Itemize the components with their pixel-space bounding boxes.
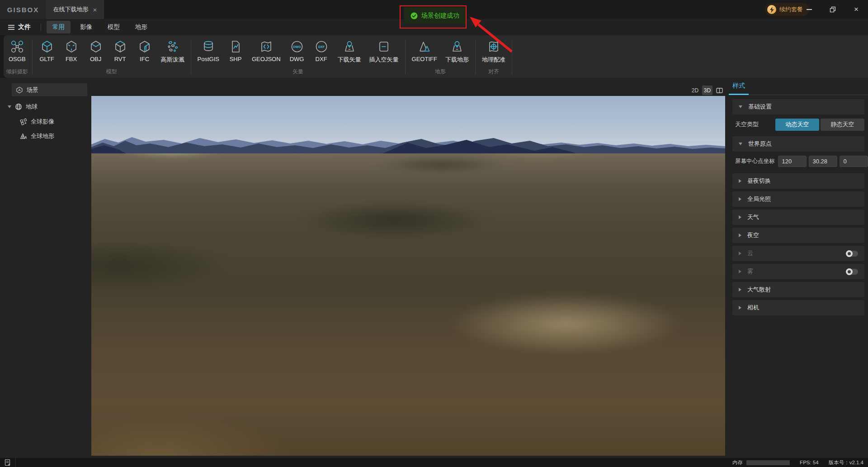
tree-item-label: 全球地形 <box>31 132 54 140</box>
tree-item-global-imagery[interactable]: 全球影像 <box>0 115 91 128</box>
window-controls: × <box>797 0 868 19</box>
empty-vector-icon <box>376 38 392 55</box>
download-pin-icon <box>449 38 465 55</box>
scene-cube-icon <box>16 86 23 94</box>
toolbar-item-rvt[interactable]: RVT <box>108 38 132 64</box>
tree-item-earth[interactable]: 地球 <box>0 100 91 113</box>
toolbar-item-label: 下载矢量 <box>338 56 361 64</box>
toolbar-item-fbx[interactable]: FBX <box>59 38 84 64</box>
toolbar-group-vector: PostGIS SHP GEOJSON <box>193 38 403 76</box>
section-basic-settings[interactable]: 基础设置 <box>732 99 864 114</box>
section-label: 天气 <box>747 213 759 221</box>
ribbon-tab-imagery[interactable]: 影像 <box>74 21 98 33</box>
toolbar-group-align: 地理配准 对齐 <box>478 38 509 76</box>
toolbar-item-dxf[interactable]: DXF DXF <box>309 38 334 64</box>
toolbar-item-obj[interactable]: OBJ <box>84 38 108 64</box>
view-3d-button[interactable]: 3D <box>702 86 712 95</box>
tree-item-label: 场景 <box>27 86 38 94</box>
section-global-illumination[interactable]: 全局光照 <box>732 191 864 207</box>
ribbon-tab-model[interactable]: 模型 <box>102 21 126 33</box>
tree-item-global-terrain[interactable]: 全球地形 <box>0 129 91 143</box>
svg-text:DWG: DWG <box>293 45 301 48</box>
drone-icon <box>9 38 25 55</box>
terrain-mountain-icon <box>20 133 27 140</box>
log-panel-icon[interactable] <box>4 459 11 467</box>
coord-y-input[interactable] <box>809 156 837 167</box>
split-view-button[interactable] <box>714 86 725 95</box>
toolbar-item-download-terrain[interactable]: 下载地形 <box>441 38 473 64</box>
tree-item-scene[interactable]: 场景 <box>12 83 87 96</box>
view-mode-toggle: 2D 3D <box>690 86 725 95</box>
toolbar-separator <box>405 39 406 75</box>
toolbar-item-gaussian-splat[interactable]: 高斯泼溅 <box>157 38 189 64</box>
mountain-ridge <box>91 128 725 154</box>
mountain-icon <box>416 38 433 55</box>
toolbar-item-download-vector[interactable]: 下载矢量 <box>334 38 365 64</box>
cube-icon <box>137 38 153 55</box>
coord-z-input[interactable] <box>840 156 868 167</box>
viewport-3d[interactable] <box>91 96 725 456</box>
caret-right-icon <box>739 306 741 310</box>
toolbar-item-insert-empty-vector[interactable]: 插入空矢量 <box>365 38 403 64</box>
tab-style[interactable]: 样式 <box>729 82 749 95</box>
scene-tree-panel: 场景 地球 全球影像 全球 <box>0 78 91 458</box>
close-button[interactable]: × <box>844 0 868 19</box>
toolbar-item-label: OSGB <box>9 56 26 62</box>
toolbar-item-geotiff[interactable]: GEOTIFF <box>408 38 441 64</box>
section-label: 雾 <box>747 267 753 276</box>
section-world-origin[interactable]: 世界原点 <box>732 136 864 152</box>
toolbar-item-ifc[interactable]: IFC <box>132 38 157 64</box>
toolbar-item-label: GEOJSON <box>252 56 281 62</box>
ribbon-tab-terrain[interactable]: 地形 <box>129 21 153 33</box>
toast-text: 场景创建成功 <box>421 12 459 20</box>
minimize-icon <box>807 9 812 10</box>
caret-down-icon[interactable] <box>8 105 11 108</box>
toolbar-item-dwg[interactable]: DWG DWG <box>285 38 309 64</box>
gaussian-splat-icon <box>165 38 181 55</box>
toolbar-item-label: 高斯泼溅 <box>161 56 184 64</box>
cloud-toggle[interactable] <box>846 251 858 257</box>
tab-close-icon[interactable]: × <box>93 6 97 13</box>
toolbar-item-georeference[interactable]: 地理配准 <box>478 38 509 64</box>
check-circle-icon <box>410 12 418 19</box>
split-view-icon <box>716 88 723 93</box>
sky-type-row: 天空类型 动态天空 静态天空 <box>732 118 864 131</box>
toolbar-group-model: GLTF FBX OBJ <box>35 38 189 76</box>
document-tab[interactable]: 在线下载地形 × <box>46 0 104 19</box>
section-fog[interactable]: 雾 <box>732 264 864 279</box>
ribbon-tab-common[interactable]: 常用 <box>47 21 71 33</box>
toolbar-item-shp[interactable]: SHP <box>223 38 248 64</box>
section-camera[interactable]: 相机 <box>732 300 864 315</box>
toolbar-item-label: 插入空矢量 <box>369 56 399 64</box>
toolbar-item-geojson[interactable]: GEOJSON <box>248 38 285 64</box>
minimize-button[interactable] <box>797 0 821 19</box>
menu-divider <box>41 24 41 31</box>
toolbar-group-label: 矢量 <box>193 67 403 76</box>
static-sky-button[interactable]: 静态天空 <box>821 119 864 131</box>
toolbar-item-gltf[interactable]: GLTF <box>35 38 59 64</box>
dwg-badge-icon: DWG <box>289 38 305 55</box>
style-panel-header: 样式 <box>729 78 868 95</box>
dynamic-sky-button[interactable]: 动态天空 <box>775 119 819 131</box>
section-day-night[interactable]: 昼夜切换 <box>732 173 864 189</box>
section-cloud[interactable]: 云 <box>732 246 864 261</box>
toolbar-item-postgis[interactable]: PostGIS <box>193 38 223 64</box>
toolbar-item-osgb[interactable]: OSGB <box>5 38 30 62</box>
coord-x-input[interactable] <box>778 156 807 167</box>
section-night-sky[interactable]: 夜空 <box>732 228 864 243</box>
tree-item-label: 地球 <box>26 103 38 111</box>
file-menu-label: 文件 <box>18 23 31 31</box>
tree-item-label: 全球影像 <box>31 118 54 126</box>
section-atmospheric-scattering[interactable]: 大气散射 <box>732 282 864 297</box>
view-2d-button[interactable]: 2D <box>690 86 700 95</box>
section-weather[interactable]: 天气 <box>732 210 864 225</box>
fog-toggle[interactable] <box>846 269 858 275</box>
cube-icon <box>112 38 128 55</box>
toolbar-item-label: PostGIS <box>198 56 219 62</box>
svg-text:DXF: DXF <box>318 45 325 48</box>
file-menu[interactable]: 文件 <box>0 23 37 31</box>
toolbar-separator <box>475 39 476 75</box>
hamburger-icon <box>8 25 14 30</box>
restore-button[interactable] <box>821 0 844 19</box>
toolbar-item-label: RVT <box>114 56 126 62</box>
